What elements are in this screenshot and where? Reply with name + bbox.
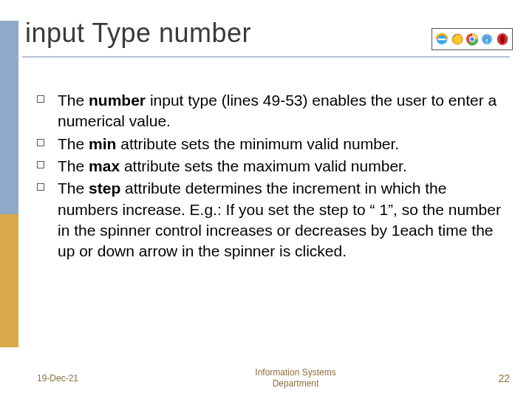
- bullet-marker-icon: [37, 161, 44, 168]
- bullet-pre: The: [58, 135, 89, 152]
- svg-point-5: [470, 37, 474, 41]
- bullet-pre: The: [58, 92, 89, 109]
- bullet-post: attribute sets the minimum valid number.: [116, 135, 399, 152]
- slide-title: input Type number: [25, 18, 251, 49]
- footer-page: 22: [466, 372, 510, 384]
- sidebar-orange: [0, 214, 18, 347]
- bullet-marker-icon: [37, 95, 44, 103]
- safari-icon: [480, 33, 494, 46]
- bullet-post: attribute determines the increment in wh…: [58, 180, 501, 259]
- bullet-bold: min: [89, 135, 116, 152]
- svg-rect-1: [438, 38, 446, 40]
- footer-dept: Information Systems Department: [126, 367, 466, 389]
- ie-icon: [435, 33, 449, 46]
- bullet-pre: The: [58, 180, 89, 197]
- chrome-icon: [466, 33, 479, 46]
- bullet-bold: number: [89, 92, 146, 109]
- bullet-list: The number input type (lines 49-53) enab…: [37, 90, 510, 264]
- footer-dept-line2: Department: [273, 378, 319, 389]
- list-item: The min attribute sets the minimum valid…: [37, 134, 510, 154]
- list-item: The max attribute sets the maximum valid…: [37, 156, 510, 177]
- firefox-icon: [451, 33, 464, 46]
- bullet-marker-icon: [37, 183, 44, 191]
- bullet-pre: The: [58, 157, 89, 174]
- bullet-bold: step: [89, 180, 120, 197]
- browser-icons-box: [432, 28, 513, 50]
- bullet-marker-icon: [37, 139, 44, 146]
- footer: 19-Dec-21 Information Systems Department…: [37, 367, 510, 389]
- footer-date: 19-Dec-21: [37, 373, 126, 383]
- slide: input Type number: [0, 0, 532, 399]
- list-item: The number input type (lines 49-53) enab…: [37, 90, 510, 132]
- footer-dept-line1: Information Systems: [255, 367, 335, 378]
- sidebar-blue: [0, 21, 18, 214]
- opera-icon: [496, 33, 509, 46]
- title-underline: [22, 56, 510, 58]
- svg-point-11: [500, 35, 505, 44]
- bullet-post: attribute sets the maximum valid number.: [120, 157, 407, 174]
- list-item: The step attribute determines the increm…: [37, 178, 510, 262]
- bullet-bold: max: [89, 157, 120, 174]
